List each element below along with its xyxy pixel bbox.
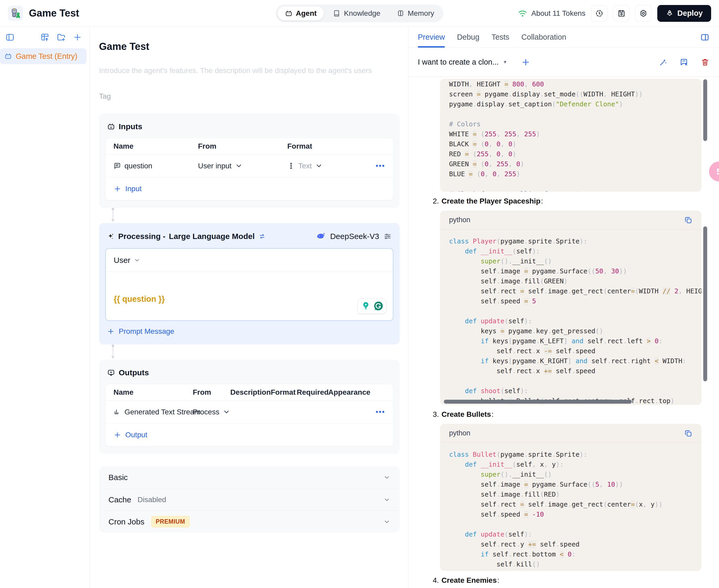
- code-scrollbar-thumb[interactable]: [703, 79, 707, 141]
- app-logo: [8, 6, 23, 21]
- chevron-down-icon: [383, 519, 390, 525]
- col-from: From: [193, 388, 230, 397]
- flow-connector: [109, 208, 116, 223]
- inputs-table: Name From Format question User input: [105, 138, 394, 201]
- preview-tabs: Preview Debug Tests Collaboration: [408, 27, 719, 48]
- add-input-button[interactable]: Input: [106, 177, 393, 200]
- code-scrollbar-thumb[interactable]: [703, 226, 707, 381]
- caret-down-icon[interactable]: ▼: [503, 60, 507, 65]
- step-heading: 2.Create the Player Spaceship:: [433, 196, 701, 206]
- code-language-label: python: [449, 216, 470, 224]
- deploy-label: Deploy: [677, 9, 703, 18]
- conversation-select[interactable]: I want to create a clon...: [418, 58, 499, 66]
- prompt-variable: {{ question }}: [114, 294, 165, 303]
- token-status: About 11 Tokens: [517, 8, 585, 18]
- tab-collaboration[interactable]: Collaboration: [521, 27, 566, 47]
- model-selector[interactable]: DeepSeek-V3: [316, 231, 392, 241]
- processing-subtitle: Large Language Model: [169, 232, 255, 241]
- outputs-header: Outputs: [107, 368, 394, 377]
- input-from-select[interactable]: User input: [198, 162, 287, 170]
- code-block: pythonclass Player(pygame.sprite.Sprite)…: [440, 211, 701, 405]
- sidebar-item-game-test-entry[interactable]: Game Test (Entry): [0, 48, 86, 64]
- notification-badge: 5: [709, 162, 719, 182]
- accordion-cache[interactable]: Cache Disabled: [99, 488, 400, 510]
- suggestion-bulb-icon[interactable]: [361, 301, 371, 311]
- copy-code-button[interactable]: [684, 429, 693, 438]
- save-button[interactable]: [613, 5, 630, 22]
- copy-code-button[interactable]: [684, 216, 693, 224]
- add-input-label: Input: [125, 185, 142, 193]
- mode-tab-group: Agent Knowledge Memory: [275, 4, 443, 22]
- book-icon: [333, 9, 341, 17]
- clear-conversation-icon[interactable]: [680, 58, 689, 67]
- agent-description-field[interactable]: Introduce the agent's features. The desc…: [99, 66, 400, 75]
- wifi-icon: [517, 8, 528, 18]
- add-output-button[interactable]: Output: [106, 423, 393, 446]
- code-block-header: python: [440, 424, 701, 443]
- sidebar-item-label: Game Test (Entry): [16, 52, 78, 61]
- split-view-icon[interactable]: [700, 33, 710, 42]
- tab-tests[interactable]: Tests: [492, 27, 509, 47]
- grammarly-icon[interactable]: [373, 301, 384, 311]
- prompt-editor[interactable]: {{ question }}: [106, 272, 393, 320]
- tab-knowledge[interactable]: Knowledge: [325, 6, 388, 20]
- export-table-icon[interactable]: [40, 33, 50, 42]
- sidebar-toolbar: [0, 33, 89, 42]
- output-from-select[interactable]: Process: [193, 408, 230, 416]
- model-settings-icon[interactable]: [383, 232, 392, 240]
- deploy-button[interactable]: Deploy: [657, 5, 711, 22]
- agent-editor: Game Test Introduce the agent's features…: [90, 27, 408, 588]
- outputs-title: Outputs: [119, 368, 149, 377]
- save-icon: [617, 9, 626, 18]
- tab-debug[interactable]: Debug: [457, 27, 479, 47]
- plus-icon: [113, 185, 121, 193]
- row-more-button[interactable]: •••: [376, 408, 385, 416]
- agent-title[interactable]: Game Test: [99, 41, 400, 52]
- panel-toggle-icon[interactable]: [5, 33, 15, 42]
- tab-memory[interactable]: Memory: [389, 6, 441, 20]
- ibeam-cursor-icon: [287, 162, 295, 170]
- code-block: pythonclass Bullet(pygame.sprite.Sprite)…: [440, 424, 701, 571]
- outputs-table-header: Name From Description Format Required Ap…: [106, 384, 393, 400]
- delete-conversation-icon[interactable]: [701, 58, 710, 67]
- new-conversation-button[interactable]: [521, 58, 530, 67]
- prompt-role-select[interactable]: User: [106, 249, 393, 272]
- magic-wand-icon[interactable]: [659, 58, 668, 67]
- tab-preview[interactable]: Preview: [418, 27, 445, 47]
- clock-history-icon: [595, 9, 604, 18]
- processing-header: Processing - Large Language Model: [107, 232, 266, 241]
- add-output-label: Output: [125, 431, 147, 439]
- code-content: WIDTH, HEIGHT = 800, 600screen = pygame.…: [440, 79, 701, 192]
- premium-badge: PREMIUM: [151, 516, 190, 527]
- tab-debug-label: Debug: [457, 33, 479, 42]
- inputs-table-header: Name From Format: [106, 138, 393, 154]
- tab-agent[interactable]: Agent: [277, 6, 324, 20]
- col-description: Description: [230, 388, 271, 397]
- accordion-cache-label: Cache: [108, 495, 131, 504]
- settings-button[interactable]: [635, 5, 652, 22]
- accordion-cron-jobs[interactable]: Cron Jobs PREMIUM: [99, 510, 400, 532]
- code-hscrollbar-thumb[interactable]: [444, 400, 632, 404]
- top-bar: Game Test Agent Knowledge Memory About 1…: [0, 0, 719, 27]
- settings-accordions: Basic Cache Disabled Cron Jobs PREMIUM: [99, 466, 400, 532]
- tab-collaboration-label: Collaboration: [521, 33, 566, 42]
- token-status-label: About 11 Tokens: [531, 9, 585, 18]
- prompt-role-value: User: [114, 256, 130, 265]
- hexagon-gear-icon: [639, 9, 648, 18]
- accordion-basic[interactable]: Basic: [99, 466, 400, 488]
- swap-node-icon[interactable]: [258, 232, 266, 240]
- agent-tag-field[interactable]: Tag: [99, 92, 400, 101]
- add-agent-icon[interactable]: [73, 33, 82, 42]
- plus-icon: [113, 431, 121, 439]
- history-button[interactable]: [591, 5, 607, 22]
- input-format-select[interactable]: Text: [287, 162, 367, 170]
- header-actions: About 11 Tokens Deploy: [517, 5, 711, 22]
- add-prompt-message-button[interactable]: Prompt Message: [107, 327, 394, 336]
- stream-icon: [113, 408, 121, 416]
- accordion-cron-label: Cron Jobs: [108, 517, 144, 526]
- tab-knowledge-label: Knowledge: [344, 9, 381, 18]
- code-language-label: python: [449, 429, 470, 437]
- new-folder-icon[interactable]: [57, 33, 66, 42]
- inputs-title: Inputs: [119, 122, 142, 131]
- row-more-button[interactable]: •••: [376, 162, 385, 170]
